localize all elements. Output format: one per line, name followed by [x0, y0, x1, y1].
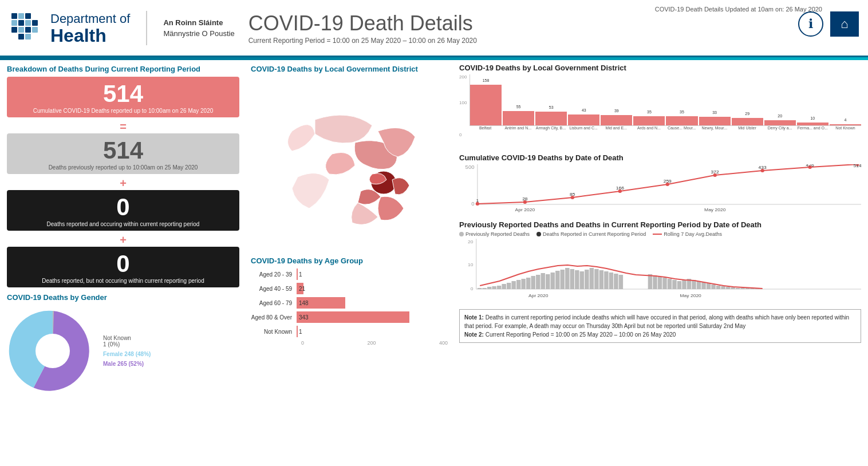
- svg-text:Apr 2020: Apr 2020: [515, 207, 535, 212]
- svg-rect-87: [711, 285, 715, 289]
- note1-text: Deaths in current reporting period inclu…: [464, 314, 849, 329]
- middle-panel: COVID-19 Deaths by Local Government Dist…: [246, 60, 452, 466]
- svg-rect-6: [32, 20, 38, 26]
- doh-logo-icon: [9, 11, 44, 45]
- svg-text:May 2020: May 2020: [680, 293, 702, 298]
- lgd-bar-title: COVID-19 Deaths by Local Government Dist…: [459, 64, 861, 72]
- svg-rect-76: [658, 277, 662, 289]
- svg-rect-80: [677, 281, 681, 289]
- age-val-3: 343: [297, 314, 309, 321]
- svg-rect-88: [716, 286, 720, 289]
- ni-map-svg: [258, 85, 441, 246]
- gender-labels: Not Known1 (0%) Female 248 (48%) Male 26…: [103, 335, 151, 367]
- other-box: 0 Deaths reported, but not occuring with…: [7, 247, 239, 287]
- age-bar-row-0: Aged 20 - 391: [251, 268, 448, 280]
- other-desc: Deaths reported, but not occuring within…: [13, 278, 234, 284]
- logo-area: Department of Health An Roinn Sláinte Mä…: [9, 11, 235, 45]
- gender-male-label: Male 265 (52%): [103, 361, 151, 367]
- svg-rect-90: [726, 287, 730, 289]
- svg-rect-74: [648, 274, 652, 289]
- gender-female-label: Female 248 (48%): [103, 351, 151, 357]
- svg-rect-85: [701, 282, 705, 289]
- home-icon[interactable]: ⌂: [830, 11, 859, 37]
- daily-svg: 0 10 20: [459, 239, 861, 302]
- irish-line1: An Roinn Sláinte: [163, 18, 234, 27]
- daily-chart-section: Previously Reported Deaths and Deaths in…: [459, 220, 861, 305]
- age-val-1: 21: [297, 286, 305, 292]
- lgd-bar-1: 55: [503, 111, 534, 125]
- lgd-y-100: 100: [459, 100, 467, 105]
- irish-line2: Männystrie O Poustie: [163, 29, 234, 38]
- svg-rect-45: [482, 288, 486, 289]
- age-label-2: Aged 60 - 79: [251, 300, 297, 306]
- lgd-bar-val-5: 35: [647, 110, 652, 114]
- svg-rect-81: [682, 280, 686, 289]
- age-axis-200: 200: [367, 340, 376, 346]
- age-label-1: Aged 40 - 59: [251, 286, 297, 292]
- lgd-bar-val-0: 158: [483, 78, 490, 82]
- svg-rect-70: [604, 271, 608, 289]
- equals-sign: =: [7, 120, 239, 133]
- svg-rect-84: [697, 281, 701, 289]
- lgd-bar-val-6: 35: [680, 110, 684, 114]
- svg-rect-61: [561, 270, 565, 289]
- legend-rolling-label: Rolling 7 Day Avg.Deaths: [664, 231, 722, 237]
- svg-rect-46: [487, 287, 491, 289]
- svg-rect-77: [662, 278, 666, 289]
- header-divider: [146, 11, 147, 45]
- svg-rect-72: [614, 274, 618, 289]
- lgd-bar-chart: 200 100 0 158555343393535332920104 Belfa…: [459, 74, 861, 149]
- info-icon[interactable]: ℹ: [798, 11, 823, 37]
- lgd-bar-val-9: 20: [778, 114, 782, 118]
- svg-rect-1: [18, 13, 24, 19]
- svg-rect-44: [478, 288, 482, 289]
- svg-rect-3: [11, 20, 17, 26]
- age-label-0: Aged 20 - 39: [251, 271, 297, 278]
- svg-rect-52: [516, 280, 520, 289]
- svg-rect-55: [531, 276, 535, 289]
- age-bar-1: 21: [297, 283, 303, 294]
- lgd-bar-label-1: Antrim and N...: [502, 126, 534, 131]
- note1-label: Note 1:: [464, 314, 484, 321]
- svg-point-13: [35, 334, 70, 368]
- svg-rect-47: [492, 286, 496, 289]
- legend-rolling: Rolling 7 Day Avg.Deaths: [653, 231, 722, 237]
- lgd-bar-val-10: 10: [810, 116, 815, 120]
- age-bars-container: Aged 20 - 391Aged 40 - 5921Aged 60 - 791…: [251, 268, 448, 337]
- dept-of-label: Department of: [50, 11, 130, 26]
- header-icons: ℹ ⌂: [798, 11, 859, 37]
- irish-text: An Roinn Sláinte Männystrie O Poustie: [163, 18, 234, 38]
- lgd-bar-label-4: Mid and E...: [601, 126, 632, 131]
- lgd-bar-label-6: Cause... Mour...: [666, 126, 697, 131]
- svg-rect-58: [546, 274, 550, 289]
- breakdown-title: Breakdown of Deaths During Current Repor…: [7, 65, 239, 73]
- svg-rect-67: [590, 268, 594, 289]
- svg-rect-68: [594, 269, 598, 289]
- cumulative-line-chart: 0 500 1 28 85 166 2: [459, 164, 861, 216]
- svg-text:Apr 2020: Apr 2020: [528, 293, 549, 298]
- cumulative-number: 514: [13, 80, 234, 108]
- svg-rect-10: [32, 27, 38, 33]
- svg-rect-59: [551, 273, 555, 289]
- age-bar-0: 1: [297, 268, 298, 280]
- lgd-bar-val-1: 55: [516, 105, 521, 109]
- header: Department of Health An Roinn Sláinte Mä…: [0, 0, 868, 57]
- svg-rect-60: [555, 271, 559, 289]
- lgd-bar-label-2: Armagh City, B...: [535, 126, 566, 131]
- legend-prev-dot: [459, 232, 464, 236]
- svg-text:0: 0: [471, 201, 474, 207]
- svg-rect-0: [11, 13, 17, 19]
- svg-rect-69: [599, 270, 603, 289]
- lgd-bar-label-9: Derry City a...: [764, 126, 796, 131]
- legend-current: Deaths Reported in Current Reporting Per…: [536, 231, 646, 237]
- age-axis-400: 400: [439, 340, 448, 346]
- svg-rect-93: [740, 288, 744, 289]
- map-title: COVID-19 Deaths by Local Government Dist…: [251, 65, 448, 73]
- legend-rolling-line: [653, 234, 662, 235]
- age-bar-row-1: Aged 40 - 5921: [251, 283, 448, 294]
- lgd-bar-2: 53: [535, 112, 567, 125]
- age-val-0: 1: [297, 271, 302, 278]
- legend-prev-label: Previously Reported Deaths: [465, 231, 530, 237]
- prev-number: 514: [13, 137, 234, 164]
- svg-rect-53: [521, 279, 525, 289]
